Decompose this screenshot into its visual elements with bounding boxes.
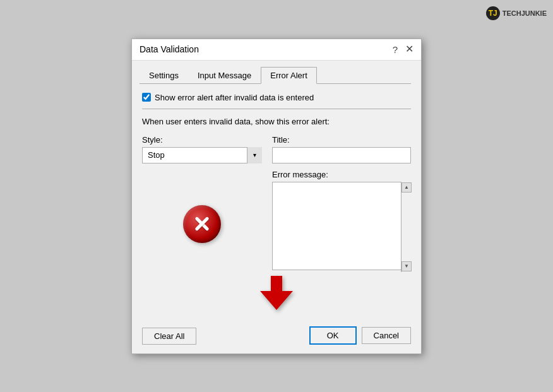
scrollbar-up-btn[interactable]: ▲ [401,182,412,193]
watermark-icon: TJ [486,6,500,20]
show-error-alert-label: Show error alert after invalid data is e… [155,93,314,102]
arrow-container [142,276,411,310]
two-col-layout: Style: Stop Warning Information ▾ Title: [142,135,411,272]
error-message-textarea[interactable] [272,182,411,270]
left-column: Style: Stop Warning Information ▾ [142,135,262,272]
tab-input-message[interactable]: Input Message [188,67,261,84]
close-button[interactable]: ✕ [405,44,413,54]
dialog-window: Data Validation ? ✕ Settings Input Messa… [131,39,422,354]
titlebar-controls: ? ✕ [393,44,413,55]
tab-error-alert[interactable]: Error Alert [261,67,317,84]
title-field-label: Title: [272,135,411,145]
stop-icon-area [142,163,262,272]
footer-right: OK Cancel [309,326,411,345]
watermark: TJ TECHJUNKIE [486,6,547,20]
dialog-title: Data Validation [140,44,199,54]
style-label: Style: [142,135,262,145]
dialog-footer: Clear All OK Cancel [132,320,421,353]
right-column: Title: Error message: ▲ ▼ [272,135,411,272]
clear-all-button[interactable]: Clear All [142,328,196,345]
style-select-wrapper: Stop Warning Information ▾ [142,147,262,163]
section-divider [142,109,411,109]
show-error-alert-row: Show error alert after invalid data is e… [142,93,411,102]
title-input[interactable] [272,147,411,163]
scrollbar-down-btn[interactable]: ▼ [401,261,412,271]
arrow-shaft [271,276,282,291]
error-message-label: Error message: [272,170,411,179]
dialog-body: Settings Input Message Error Alert Show … [132,61,421,320]
red-arrow [260,276,293,310]
tab-bar: Settings Input Message Error Alert [140,67,411,84]
stop-icon [183,205,221,243]
arrow-head [260,291,293,310]
help-button[interactable]: ? [393,44,398,55]
error-textarea-wrapper: ▲ ▼ [272,182,411,272]
ok-button[interactable]: OK [309,326,357,345]
show-error-alert-checkbox[interactable] [142,93,151,102]
cancel-button[interactable]: Cancel [362,327,411,344]
footer-left: Clear All [142,328,196,345]
instruction-text: When user enters invalid data, show this… [142,117,411,126]
brand-text: TECHJUNKIE [502,9,547,17]
style-select[interactable]: Stop Warning Information [142,147,262,163]
tab-settings[interactable]: Settings [140,67,188,84]
dialog-titlebar: Data Validation ? ✕ [132,39,421,61]
textarea-scrollbar: ▲ ▼ [401,182,411,272]
